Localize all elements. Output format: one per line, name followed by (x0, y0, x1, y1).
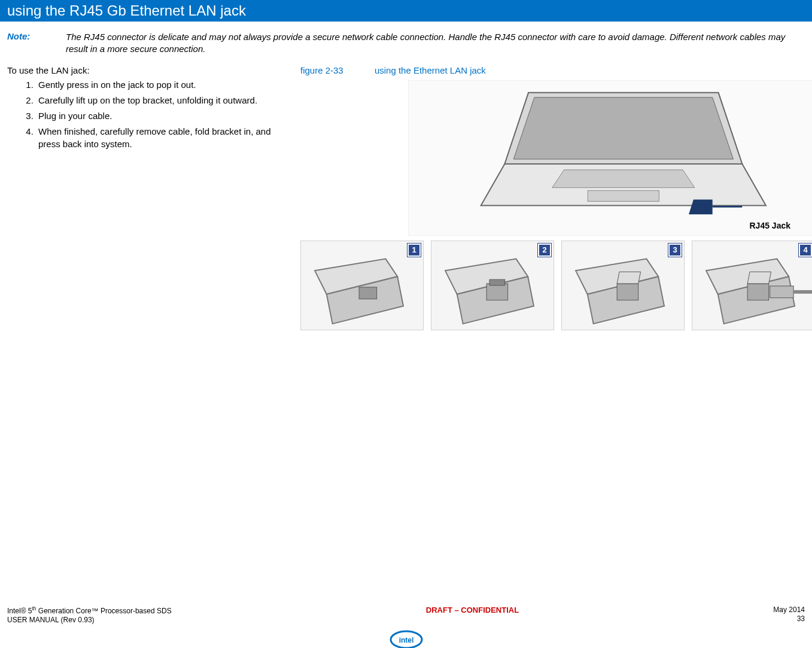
footer-page-number: 33 (773, 614, 805, 624)
svg-marker-21 (747, 272, 771, 284)
jack-cable-icon (692, 241, 812, 330)
jack-popped-icon (431, 241, 554, 330)
figure-caption: using the Ethernet LAN jack (375, 65, 486, 75)
figure-area: RJ45 Jack 1 (300, 80, 812, 330)
page-content: Note: The RJ45 connector is delicate and… (0, 22, 812, 330)
instruction-list: Gently press in on the jack to pop it ou… (7, 79, 288, 150)
svg-rect-4 (588, 190, 659, 201)
footer-left-suffix: Generation Core™ Processor-based SDS (37, 607, 172, 615)
svg-marker-1 (513, 97, 733, 159)
laptop-illustration: RJ45 Jack (408, 80, 812, 236)
footer-date: May 2014 (773, 606, 805, 615)
instructions-intro: To use the LAN jack: (7, 65, 288, 75)
list-item: Carefully lift up on the top bracket, un… (36, 95, 288, 107)
step-badge: 3 (668, 244, 682, 257)
svg-rect-16 (617, 284, 638, 300)
list-item: When finished, carefully remove cable, f… (36, 126, 288, 150)
step-image-1: 1 (300, 241, 424, 330)
note-label: Note: (7, 31, 66, 56)
jack-closed-icon (301, 241, 423, 330)
footer-left: Intel® 5th Generation Core™ Processor-ba… (7, 606, 172, 625)
list-item: Plug in your cable. (36, 110, 288, 122)
svg-rect-12 (486, 284, 508, 300)
step-image-4: 4 (692, 241, 812, 330)
footer-row: Intel® 5th Generation Core™ Processor-ba… (7, 606, 805, 625)
footer-right: May 2014 33 (773, 606, 805, 625)
figure-column: figure 2-33 using the Ethernet LAN jack … (300, 65, 812, 330)
page-footer: Intel® 5th Generation Core™ Processor-ba… (0, 606, 812, 649)
svg-rect-13 (489, 279, 505, 285)
figure-number: figure 2-33 (300, 65, 343, 75)
svg-marker-3 (552, 169, 695, 187)
instructions-column: To use the LAN jack: Gently press in on … (7, 65, 288, 330)
step-badge: 2 (538, 244, 551, 257)
step-badge: 4 (799, 244, 812, 257)
jack-open-icon (562, 241, 684, 330)
page-title-bar: using the RJ45 Gb Ethernet LAN jack (0, 0, 812, 22)
footer-manual-line: USER MANUAL (Rev 0.93) (7, 616, 172, 625)
intel-logo: intel (7, 629, 805, 648)
two-column-layout: To use the LAN jack: Gently press in on … (7, 65, 805, 330)
footer-left-prefix: Intel® 5 (7, 607, 32, 615)
footer-product-line: Intel® 5th Generation Core™ Processor-ba… (7, 606, 172, 616)
svg-rect-20 (747, 284, 769, 300)
figure-heading: figure 2-33 using the Ethernet LAN jack (300, 65, 812, 75)
step-badge: 1 (407, 244, 421, 257)
svg-text:intel: intel (399, 636, 413, 644)
step-image-2: 2 (431, 241, 554, 330)
svg-rect-22 (770, 285, 793, 297)
footer-left-sup: th (32, 606, 37, 612)
svg-marker-17 (617, 272, 640, 284)
laptop-icon (409, 81, 812, 235)
page-title: using the RJ45 Gb Ethernet LAN jack (7, 2, 246, 19)
intel-logo-icon: intel (390, 629, 423, 648)
footer-center: DRAFT – CONFIDENTIAL (172, 606, 774, 625)
note-block: Note: The RJ45 connector is delicate and… (7, 31, 805, 56)
rj45-callout-label: RJ45 Jack (749, 221, 790, 230)
note-text: The RJ45 connector is delicate and may n… (66, 31, 805, 56)
step-images-row: 1 2 (300, 241, 812, 330)
step-image-3: 3 (561, 241, 685, 330)
list-item: Gently press in on the jack to pop it ou… (36, 79, 288, 91)
svg-rect-9 (359, 287, 377, 299)
